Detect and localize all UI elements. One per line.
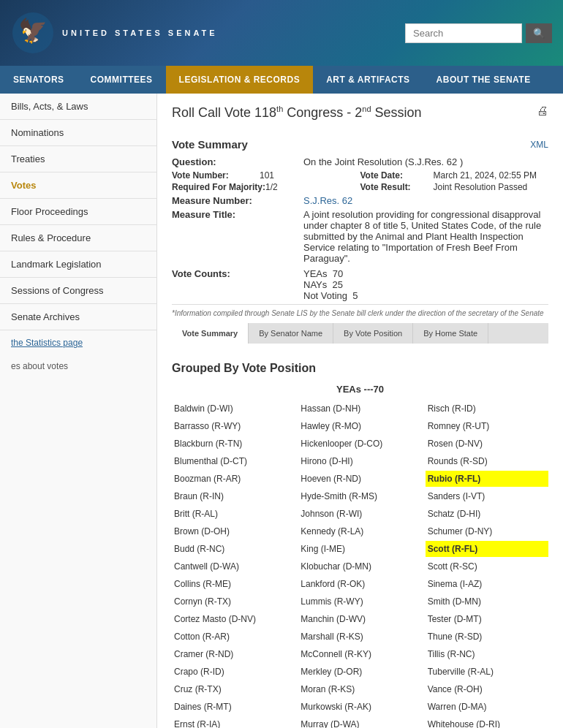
tabs-row: Vote Summary By Senator Name By Vote Pos… (172, 323, 548, 344)
nav-about[interactable]: ABOUT THE SENATE (423, 66, 544, 94)
vote-name-yea: Kennedy (R-LA) (298, 523, 421, 539)
vote-name-yea: Warren (D-MA) (426, 699, 548, 715)
vote-name-yea: Braun (R-IN) (172, 488, 295, 504)
vote-summary-title: Vote Summary XML (172, 138, 548, 151)
vote-summary: Vote Summary XML Question: On the Joint … (172, 138, 548, 344)
logo-area: 🦅 UNITED STATES SENATE (11, 11, 218, 55)
vote-name-yea: King (I-ME) (298, 541, 421, 557)
vote-name-yea: Schumer (D-NY) (426, 523, 548, 539)
vote-name-yea: Scott (R-SC) (426, 558, 548, 575)
vote-name-yea: Manchin (D-WV) (298, 611, 421, 627)
tab-by-position[interactable]: By Vote Position (333, 323, 413, 344)
eagle-logo: 🦅 (11, 11, 55, 55)
vote-name-yea: Lankford (R-OK) (298, 576, 421, 592)
vote-name-yea: Collins (R-ME) (172, 576, 295, 592)
nav-legislation[interactable]: LEGISLATION & RECORDS (166, 66, 314, 94)
main-nav: SENATORS COMMITTEES LEGISLATION & RECORD… (0, 66, 563, 94)
nav-art[interactable]: ART & ARTIFACTS (313, 66, 423, 94)
vote-name-yea: Rubio (R-FL) (426, 471, 548, 487)
vote-name-yea: Tillis (R-NC) (426, 646, 548, 662)
vote-name-yea: Hickenlooper (D-CO) (298, 436, 421, 452)
tab-by-state[interactable]: By Home State (413, 323, 488, 344)
vote-name-yea: Cantwell (D-WA) (172, 558, 295, 575)
vote-name-yea: Hassan (D-NH) (298, 401, 421, 417)
vote-name-yea: Hirono (D-HI) (298, 453, 421, 469)
sidebar: Bills, Acts, & Laws Nominations Treaties… (0, 94, 157, 728)
vote-name-yea: Sanders (I-VT) (426, 488, 548, 504)
svg-text:🦅: 🦅 (18, 17, 48, 45)
sidebar-item-rules[interactable]: Rules & Procedure (0, 225, 156, 251)
vote-name-yea: Cruz (R-TX) (172, 681, 295, 697)
vote-name-yea: Sinema (I-AZ) (426, 576, 548, 592)
vote-name-yea: Risch (R-ID) (426, 401, 548, 417)
vote-name-yea: Baldwin (D-WI) (172, 401, 295, 417)
sidebar-item-nominations[interactable]: Nominations (0, 120, 156, 146)
vote-name-yea: Whitehouse (D-RI) (426, 716, 548, 728)
vote-name-yea: Johnson (R-WI) (298, 506, 421, 522)
logo-text: UNITED STATES SENATE (62, 29, 218, 37)
vote-name-yea: Merkley (D-OR) (298, 664, 421, 680)
tab-vote-summary[interactable]: Vote Summary (172, 323, 249, 344)
print-icon[interactable]: 🖨 (537, 105, 548, 118)
tab-by-senator[interactable]: By Senator Name (249, 323, 333, 344)
nav-senators[interactable]: SENATORS (0, 66, 78, 94)
vote-name-yea: Scott (R-FL) (426, 541, 548, 557)
vote-name-yea: Klobuchar (D-MN) (298, 558, 421, 575)
grouped-title: Grouped By Vote Position (172, 362, 548, 375)
grouped-section: Grouped By Vote Position YEAs ---70 Bald… (172, 354, 548, 728)
sidebar-item-archives[interactable]: Senate Archives (0, 304, 156, 330)
vote-name-yea: Cortez Masto (D-NV) (172, 611, 295, 627)
sidebar-item-sessions[interactable]: Sessions of Congress (0, 278, 156, 304)
vote-name-yea: Crapo (R-ID) (172, 664, 295, 680)
vote-name-yea: Rounds (R-SD) (426, 453, 548, 469)
page-title: Roll Call Vote 118th Congress - 2nd Sess… (172, 105, 422, 121)
info-note: *Information compiled through Senate LIS… (172, 304, 548, 317)
vote-name-yea: Barrasso (R-WY) (172, 418, 295, 434)
required-majority-item: Required For Majority: 1/2 (172, 182, 360, 192)
vote-name-yea: Blackburn (R-TN) (172, 436, 295, 452)
vote-name-yea: Blumenthal (D-CT) (172, 453, 295, 469)
vote-name-yea: Daines (R-MT) (172, 699, 295, 715)
sidebar-item-landmark[interactable]: Landmark Legislation (0, 251, 156, 278)
question-row: Question: On the Joint Resolution (S.J.R… (172, 156, 548, 167)
vote-number-item: Vote Number: 101 (172, 170, 360, 181)
sidebar-item-floor[interactable]: Floor Proceedings (0, 199, 156, 225)
search-button[interactable]: 🔍 (526, 23, 552, 43)
vote-result-item: Vote Result: Joint Resolution Passed (360, 182, 549, 192)
vote-name-yea: Lummis (R-WY) (298, 594, 421, 610)
vote-name-yea: Hoeven (R-ND) (298, 471, 421, 487)
vote-name-yea: Cornyn (R-TX) (172, 594, 295, 610)
vote-name-yea: Thune (R-SD) (426, 629, 548, 645)
content-wrapper: Bills, Acts, & Laws Nominations Treaties… (0, 94, 563, 728)
vote-name-yea: Murray (D-WA) (298, 716, 421, 728)
vote-name-yea: Tester (D-MT) (426, 611, 548, 627)
vote-name-yea: Romney (R-UT) (426, 418, 548, 434)
vote-name-yea: Hyde-Smith (R-MS) (298, 488, 421, 504)
vote-name-yea: Budd (R-NC) (172, 541, 295, 557)
measure-title-row: Measure Title: A joint resolution provid… (172, 209, 548, 264)
sidebar-item-treaties[interactable]: Treaties (0, 146, 156, 172)
vote-name-yea: Moran (R-KS) (298, 681, 421, 697)
vote-name-yea: Rosen (D-NV) (426, 436, 548, 452)
yeas-grid: Baldwin (D-WI)Hassan (D-NH)Risch (R-ID)B… (172, 401, 548, 728)
vote-name-yea: Ernst (R-IA) (172, 716, 295, 728)
site-header: 🦅 UNITED STATES SENATE 🔍 (0, 0, 563, 66)
sidebar-item-votes[interactable]: Votes (0, 172, 156, 199)
stats-link[interactable]: the Statistics page (11, 338, 83, 348)
sidebar-item-bills[interactable]: Bills, Acts, & Laws (0, 94, 156, 120)
main-content: Roll Call Vote 118th Congress - 2nd Sess… (157, 94, 563, 728)
vote-date-item: Vote Date: March 21, 2024, 02:55 PM (360, 170, 549, 181)
vote-number-date-grid: Vote Number: 101 Vote Date: March 21, 20… (172, 170, 548, 192)
vote-name-yea: Cramer (R-ND) (172, 646, 295, 662)
nav-committees[interactable]: COMMITTEES (78, 66, 166, 94)
vote-counts-row: Vote Counts: YEAs 70 NAYs 25 Not Voting … (172, 268, 548, 301)
vote-name-yea: Boozman (R-AR) (172, 471, 295, 487)
vote-counts-values: YEAs 70 NAYs 25 Not Voting 5 (303, 268, 358, 301)
sidebar-info: es about votes (0, 355, 156, 377)
vote-name-yea: Tuberville (R-AL) (426, 664, 548, 680)
xml-link[interactable]: XML (530, 140, 548, 150)
search-area: 🔍 (405, 23, 552, 43)
search-input[interactable] (405, 23, 522, 43)
yeas-header: YEAs ---70 (172, 384, 548, 395)
vote-name-yea: Britt (R-AL) (172, 506, 295, 522)
